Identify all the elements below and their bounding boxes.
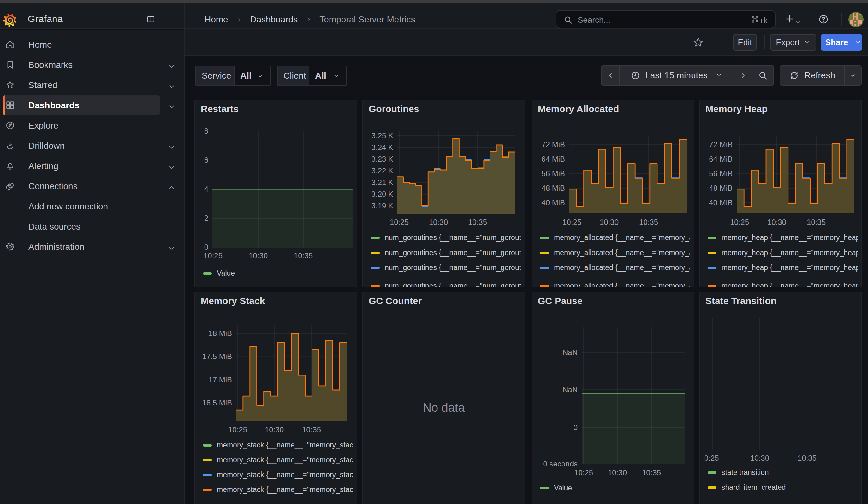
svg-text:10:25: 10:25 [730, 218, 749, 226]
svg-text:16.5 MiB: 16.5 MiB [202, 399, 232, 407]
svg-text:10:30: 10:30 [265, 425, 284, 434]
svg-text:10:35: 10:35 [798, 454, 817, 462]
svg-text:NaN: NaN [562, 385, 578, 394]
svg-text:10:35: 10:35 [807, 218, 826, 226]
svg-text:4: 4 [204, 185, 208, 193]
svg-text:0: 0 [574, 423, 578, 432]
svg-text:3.21 K: 3.21 K [372, 178, 393, 187]
svg-text:10:25: 10:25 [574, 468, 593, 477]
svg-text:64 MiB: 64 MiB [541, 155, 565, 163]
svg-text:72 MiB: 72 MiB [541, 140, 565, 149]
svg-text:10:25: 10:25 [204, 251, 223, 260]
svg-text:10:35: 10:35 [642, 468, 661, 477]
svg-text:3.22 K: 3.22 K [372, 166, 393, 175]
svg-text:64 MiB: 64 MiB [709, 155, 733, 163]
svg-text:NaN: NaN [562, 348, 578, 357]
svg-text:10:35: 10:35 [468, 218, 487, 226]
svg-text:3.20 K: 3.20 K [372, 190, 393, 198]
svg-text:10:30: 10:30 [767, 218, 786, 226]
svg-text:10:25: 10:25 [562, 218, 581, 226]
svg-text:0: 0 [204, 243, 208, 251]
svg-text:48 MiB: 48 MiB [541, 184, 565, 192]
svg-text:10:25: 10:25 [390, 218, 409, 226]
svg-text:10:25: 10:25 [228, 425, 247, 434]
svg-text:3.23 K: 3.23 K [372, 155, 393, 163]
svg-text:10:30: 10:30 [608, 468, 627, 477]
svg-text:48 MiB: 48 MiB [709, 184, 733, 192]
svg-text:10:30: 10:30 [249, 251, 268, 260]
svg-text:0:25: 0:25 [704, 454, 719, 462]
svg-text:17 MiB: 17 MiB [208, 376, 232, 384]
svg-text:10:35: 10:35 [294, 251, 313, 260]
svg-text:72 MiB: 72 MiB [709, 140, 733, 149]
svg-text:3.25 K: 3.25 K [372, 131, 393, 140]
svg-text:2: 2 [204, 214, 208, 222]
svg-text:3.24 K: 3.24 K [372, 143, 393, 152]
svg-text:10:30: 10:30 [600, 218, 619, 226]
svg-text:40 MiB: 40 MiB [541, 198, 565, 207]
svg-text:0 seconds: 0 seconds [543, 460, 578, 468]
svg-text:8: 8 [204, 127, 208, 135]
svg-text:6: 6 [204, 156, 208, 164]
svg-text:10:35: 10:35 [302, 425, 321, 434]
svg-text:56 MiB: 56 MiB [541, 169, 565, 178]
svg-text:10:30: 10:30 [750, 454, 769, 462]
svg-text:18 MiB: 18 MiB [208, 329, 232, 338]
svg-text:10:35: 10:35 [639, 218, 658, 226]
svg-text:3.19 K: 3.19 K [372, 202, 393, 210]
svg-text:17.5 MiB: 17.5 MiB [202, 352, 232, 361]
svg-text:10:30: 10:30 [429, 218, 448, 226]
svg-text:56 MiB: 56 MiB [709, 169, 733, 178]
svg-text:40 MiB: 40 MiB [709, 198, 733, 207]
